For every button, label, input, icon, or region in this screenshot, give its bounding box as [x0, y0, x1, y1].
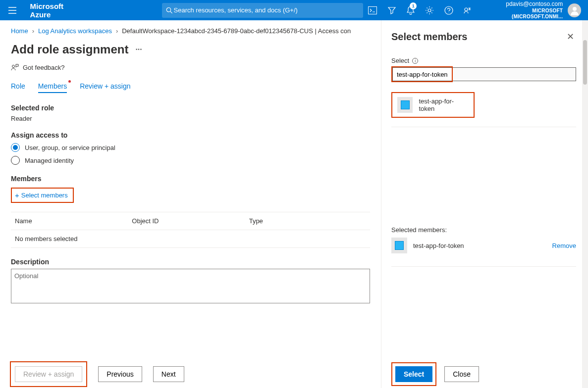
svg-point-3: [428, 9, 431, 12]
brand-label: Microsoft Azure: [21, 2, 93, 19]
col-type: Type: [249, 217, 366, 225]
members-table: Name Object ID Type No members selected: [11, 212, 370, 248]
svg-point-4: [445, 6, 453, 14]
feedback-icon[interactable]: [458, 0, 477, 20]
notifications-icon[interactable]: 1: [401, 0, 420, 20]
select-field-label: Select: [391, 57, 409, 64]
radio-icon: [11, 156, 20, 165]
tab-role[interactable]: Role: [11, 82, 25, 93]
selected-members-label: Selected members:: [391, 226, 576, 234]
breadcrumb-workspaces[interactable]: Log Analytics workspaces: [38, 27, 112, 35]
review-assign-button[interactable]: Review + assign: [15, 366, 82, 382]
hamburger-icon[interactable]: [4, 0, 21, 20]
radio-managed-identity[interactable]: Managed identity: [11, 156, 370, 165]
close-button[interactable]: Close: [444, 366, 479, 382]
close-icon[interactable]: ✕: [565, 29, 576, 44]
svg-point-0: [166, 7, 170, 11]
assign-access-label: Assign access to: [11, 131, 370, 139]
table-empty-text: No members selected: [15, 235, 132, 242]
radio-user-group-sp[interactable]: User, group, or service principal: [11, 143, 370, 152]
tab-members[interactable]: Members: [38, 82, 67, 93]
more-actions-icon[interactable]: ···: [135, 45, 142, 54]
breadcrumb-home[interactable]: Home: [11, 27, 28, 35]
radio-icon: [11, 143, 20, 152]
breadcrumb: Home › Log Analytics workspaces › Defaul…: [11, 27, 370, 35]
selected-member-name: test-app-for-token: [413, 242, 464, 249]
panel-scrollbar[interactable]: [582, 20, 588, 388]
feedback-link[interactable]: Got feedback?: [11, 63, 370, 71]
footer-bar: Review + assign Previous Next: [0, 360, 381, 388]
user-email: pdavis@contoso.com: [483, 0, 563, 7]
description-label: Description: [11, 258, 370, 266]
svg-point-6: [573, 7, 577, 11]
selected-member-row: test-app-for-token Remove: [391, 234, 576, 257]
app-icon: [391, 238, 407, 253]
members-label: Members: [11, 175, 370, 183]
main-content: Home › Log Analytics workspaces › Defaul…: [0, 20, 381, 388]
notification-badge: 1: [410, 2, 417, 9]
cloud-shell-icon[interactable]: [363, 0, 382, 20]
select-members-panel: Select members ✕ Select i test-app-for-t…: [381, 20, 588, 388]
user-block[interactable]: pdavis@contoso.com MICROSOFT (MICROSOFT.…: [477, 0, 566, 19]
description-input[interactable]: Optional: [11, 269, 370, 303]
search-icon: [166, 7, 173, 14]
tab-members-dirty-indicator: [68, 80, 71, 83]
search-result-item[interactable]: test-app-for-token: [391, 92, 475, 118]
breadcrumb-rest: DefaultWorkspace-1234abcd-2345-6789-0abc…: [122, 27, 351, 35]
col-objectid: Object ID: [132, 217, 249, 225]
page-title: Add role assignment: [11, 43, 128, 56]
selected-role-value: Reader: [11, 115, 370, 122]
select-members-link[interactable]: + Select members: [14, 190, 71, 201]
select-search-input[interactable]: [392, 67, 452, 81]
svg-point-5: [465, 8, 468, 11]
settings-icon[interactable]: [420, 0, 439, 20]
next-button[interactable]: Next: [153, 366, 184, 382]
global-search[interactable]: [162, 3, 363, 18]
svg-line-1: [170, 11, 172, 13]
plus-icon: +: [15, 192, 19, 199]
avatar[interactable]: [568, 3, 581, 17]
person-feedback-icon: [11, 63, 19, 71]
panel-title: Select members: [391, 31, 467, 43]
info-icon[interactable]: i: [412, 58, 418, 64]
remove-link[interactable]: Remove: [552, 242, 576, 249]
col-name: Name: [15, 217, 132, 225]
selected-role-label: Selected role: [11, 104, 370, 112]
select-search-input-tail[interactable]: [453, 67, 576, 81]
help-icon[interactable]: [439, 0, 458, 20]
previous-button[interactable]: Previous: [98, 366, 142, 382]
panel-footer: Select Close: [381, 360, 588, 388]
tabs: Role Members Review + assign: [11, 82, 370, 93]
global-search-input[interactable]: [173, 6, 360, 14]
svg-point-7: [12, 65, 15, 68]
top-bar: Microsoft Azure 1 pdavis@contoso.com MIC…: [0, 0, 588, 20]
scrollbar-thumb[interactable]: [583, 40, 587, 85]
filter-icon[interactable]: [382, 0, 401, 20]
tab-review[interactable]: Review + assign: [80, 82, 130, 93]
search-result-name: test-app-for-token: [419, 97, 469, 112]
app-icon: [397, 97, 413, 113]
select-button[interactable]: Select: [395, 366, 432, 382]
tenant-name: MICROSOFT (MICROSOFT.ONMI...: [483, 8, 563, 20]
svg-rect-2: [369, 6, 377, 14]
